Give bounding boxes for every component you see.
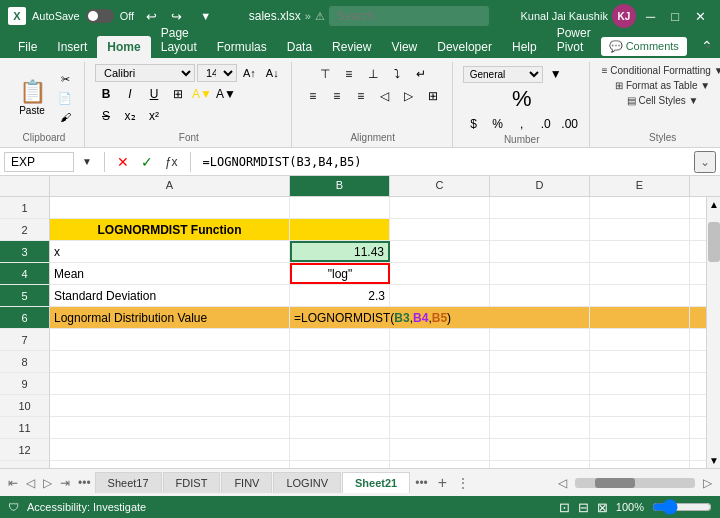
cell-e5[interactable] (590, 285, 690, 306)
align-top-button[interactable]: ⊤ (314, 64, 336, 84)
add-sheet-button[interactable]: + (432, 474, 453, 492)
cell-d6[interactable] (690, 307, 706, 328)
tab-formulas[interactable]: Formulas (207, 36, 277, 58)
cell-f5[interactable] (690, 285, 706, 306)
cell-b6[interactable]: =LOGNORMDIST(B3,B4,B5) (290, 307, 590, 328)
row-header-11[interactable]: 11 (0, 417, 49, 439)
decrease-decimal-button[interactable]: .0 (535, 114, 557, 134)
row-header-13[interactable]: 13 (0, 461, 49, 468)
comma-button[interactable]: , (511, 114, 533, 134)
cell-f10[interactable] (690, 395, 706, 416)
scroll-up-button[interactable]: ▲ (707, 197, 720, 212)
cell-d7[interactable] (490, 329, 590, 350)
cell-f13[interactable] (690, 461, 706, 468)
tab-insert[interactable]: Insert (47, 36, 97, 58)
cell-f3[interactable] (690, 241, 706, 262)
sheet-nav-prev[interactable]: ◁ (22, 474, 39, 492)
cell-c8[interactable] (390, 351, 490, 372)
cell-b10[interactable] (290, 395, 390, 416)
decrease-font-button[interactable]: A↓ (262, 65, 283, 81)
sheet-options-button[interactable]: ⋮ (453, 474, 473, 492)
scroll-thumb[interactable] (708, 222, 720, 262)
cell-b13[interactable] (290, 461, 390, 468)
cell-e11[interactable] (590, 417, 690, 438)
paste-button[interactable]: 📋 Paste (12, 65, 52, 131)
font-name-select[interactable]: Calibri (95, 64, 195, 82)
cell-c13[interactable] (390, 461, 490, 468)
tab-power-pivot[interactable]: Power Pivot (547, 22, 601, 58)
align-middle-button[interactable]: ≡ (338, 64, 360, 84)
tab-page-layout[interactable]: Page Layout (151, 22, 207, 58)
cell-b1[interactable] (290, 197, 390, 218)
superscript-button[interactable]: x² (143, 106, 165, 126)
cell-d1[interactable] (490, 197, 590, 218)
format-as-table-button[interactable]: ⊞ Format as Table ▼ (613, 79, 712, 92)
cell-e9[interactable] (590, 373, 690, 394)
cell-e4[interactable] (590, 263, 690, 284)
align-left-button[interactable]: ≡ (302, 86, 324, 106)
font-size-select[interactable]: 14 (197, 64, 237, 82)
cell-d8[interactable] (490, 351, 590, 372)
cancel-formula-button[interactable]: ✕ (113, 152, 133, 172)
col-header-d[interactable]: D (490, 176, 590, 196)
zoom-slider[interactable] (652, 499, 712, 515)
tab-review[interactable]: Review (322, 36, 381, 58)
cell-b8[interactable] (290, 351, 390, 372)
cell-e13[interactable] (590, 461, 690, 468)
cell-e3[interactable] (590, 241, 690, 262)
page-break-view-button[interactable]: ⊠ (597, 500, 608, 515)
cell-a2[interactable]: LOGNORMDIST Function (50, 219, 290, 240)
cut-button[interactable]: ✂ (54, 71, 76, 88)
cell-f11[interactable] (690, 417, 706, 438)
cell-c9[interactable] (390, 373, 490, 394)
row-header-3[interactable]: 3 (0, 241, 49, 263)
cell-a13[interactable] (50, 461, 290, 468)
cell-c7[interactable] (390, 329, 490, 350)
cell-f9[interactable] (690, 373, 706, 394)
tab-home[interactable]: Home (97, 36, 150, 58)
italic-button[interactable]: I (119, 84, 141, 104)
tab-view[interactable]: View (381, 36, 427, 58)
row-header-10[interactable]: 10 (0, 395, 49, 417)
subscript-button[interactable]: x₂ (119, 106, 141, 126)
cell-e7[interactable] (590, 329, 690, 350)
cell-e1[interactable] (590, 197, 690, 218)
horizontal-scrollbar[interactable] (575, 478, 695, 488)
cell-d11[interactable] (490, 417, 590, 438)
cell-e12[interactable] (590, 439, 690, 460)
cell-f2[interactable] (690, 219, 706, 240)
row-header-7[interactable]: 7 (0, 329, 49, 351)
cell-c11[interactable] (390, 417, 490, 438)
col-header-f[interactable]: F (690, 176, 720, 196)
col-header-b[interactable]: B (290, 176, 390, 196)
cell-f4[interactable] (690, 263, 706, 284)
maximize-button[interactable]: □ (665, 5, 685, 28)
tab-file[interactable]: File (8, 36, 47, 58)
cell-c6[interactable] (590, 307, 690, 328)
formula-input[interactable] (199, 153, 690, 171)
accept-formula-button[interactable]: ✓ (137, 152, 157, 172)
hscroll-thumb[interactable] (595, 478, 635, 488)
cell-a7[interactable] (50, 329, 290, 350)
increase-indent-button[interactable]: ▷ (398, 86, 420, 106)
align-bottom-button[interactable]: ⊥ (362, 64, 384, 84)
tab-data[interactable]: Data (277, 36, 322, 58)
cell-d4[interactable] (490, 263, 590, 284)
fill-color-button[interactable]: A▼ (191, 84, 213, 104)
normal-view-button[interactable]: ⊡ (559, 500, 570, 515)
percent-button[interactable]: % (487, 114, 509, 134)
cell-c4[interactable] (390, 263, 490, 284)
cell-c10[interactable] (390, 395, 490, 416)
cell-d5[interactable] (490, 285, 590, 306)
hscroll-left[interactable]: ◁ (554, 474, 571, 492)
cell-a10[interactable] (50, 395, 290, 416)
sheet-nav-last[interactable]: ⇥ (56, 474, 74, 492)
align-center-button[interactable]: ≡ (326, 86, 348, 106)
conditional-formatting-button[interactable]: ≡ Conditional Formatting ▼ (600, 64, 720, 77)
cell-d13[interactable] (490, 461, 590, 468)
cell-a5[interactable]: Standard Deviation (50, 285, 290, 306)
cell-b7[interactable] (290, 329, 390, 350)
cell-d9[interactable] (490, 373, 590, 394)
increase-decimal-button[interactable]: .00 (559, 114, 581, 134)
row-header-4[interactable]: 4 (0, 263, 49, 285)
